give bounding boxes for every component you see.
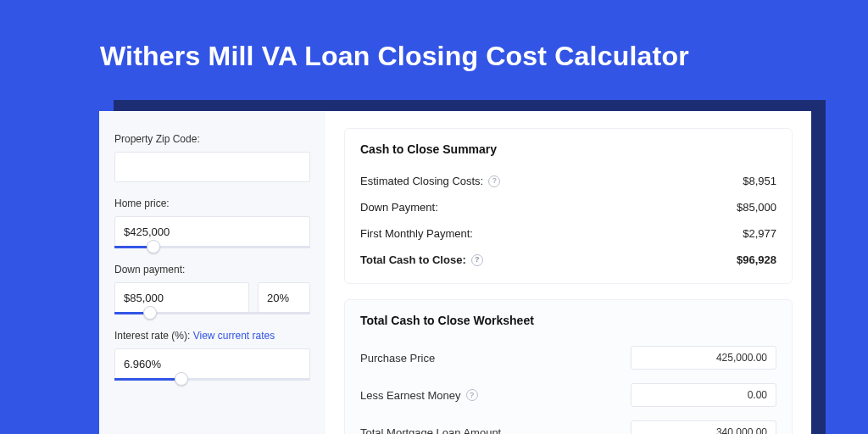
- cash-to-close-summary: Cash to Close Summary Estimated Closing …: [344, 128, 793, 284]
- worksheet-input-total-loan[interactable]: [631, 420, 776, 434]
- worksheet-label: Total Mortgage Loan Amount: [360, 426, 501, 435]
- view-rates-link[interactable]: View current rates: [193, 330, 275, 342]
- interest-rate-slider-wrap: [114, 348, 310, 381]
- summary-value: $2,977: [743, 227, 776, 240]
- down-payment-input[interactable]: [114, 282, 249, 313]
- input-sidebar: Property Zip Code: Home price: Down paym…: [99, 111, 326, 434]
- slider-thumb[interactable]: [175, 372, 188, 386]
- zip-input[interactable]: [114, 152, 310, 182]
- interest-rate-label: Interest rate (%):: [114, 330, 193, 342]
- home-price-label: Home price:: [114, 198, 310, 209]
- summary-value: $96,928: [737, 253, 776, 266]
- slider-fill: [114, 378, 181, 381]
- summary-label: Estimated Closing Costs:: [360, 175, 483, 187]
- worksheet-title: Total Cash to Close Worksheet: [360, 314, 776, 327]
- interest-rate-slider[interactable]: [114, 378, 310, 381]
- help-icon[interactable]: ?: [488, 175, 500, 187]
- summary-title: Cash to Close Summary: [360, 142, 776, 156]
- home-price-input[interactable]: [114, 216, 310, 247]
- zip-field-group: Property Zip Code:: [114, 133, 310, 182]
- summary-label: Total Cash to Close:: [360, 253, 466, 266]
- summary-row-closing-costs: Estimated Closing Costs: ? $8,951: [360, 168, 776, 194]
- worksheet-label: Less Earnest Money: [360, 389, 461, 402]
- worksheet-input-purchase-price[interactable]: [631, 346, 776, 370]
- home-price-slider[interactable]: [114, 246, 310, 248]
- summary-value: $85,000: [737, 201, 776, 214]
- help-icon[interactable]: ?: [471, 254, 483, 266]
- interest-rate-input[interactable]: [114, 348, 310, 379]
- slider-thumb[interactable]: [147, 240, 160, 253]
- interest-rate-label-line: Interest rate (%): View current rates: [114, 330, 310, 342]
- summary-value: $8,951: [743, 175, 776, 187]
- summary-label: Down Payment:: [360, 201, 438, 214]
- zip-label: Property Zip Code:: [114, 133, 310, 145]
- worksheet-row-total-loan: Total Mortgage Loan Amount: [360, 414, 776, 434]
- results-main: Cash to Close Summary Estimated Closing …: [326, 111, 811, 434]
- page-title: Withers Mill VA Loan Closing Cost Calcul…: [0, 0, 868, 92]
- summary-row-first-payment: First Monthly Payment: $2,977: [360, 220, 776, 247]
- worksheet-input-earnest-money[interactable]: [631, 383, 776, 407]
- worksheet-row-purchase-price: Purchase Price: [360, 339, 776, 376]
- worksheet-label: Purchase Price: [360, 352, 435, 364]
- help-icon[interactable]: ?: [466, 389, 478, 401]
- summary-row-total: Total Cash to Close: ? $96,928: [360, 247, 776, 273]
- worksheet-card: Total Cash to Close Worksheet Purchase P…: [344, 299, 793, 434]
- summary-row-down-payment: Down Payment: $85,000: [360, 194, 776, 220]
- down-payment-pct-input[interactable]: [258, 282, 310, 313]
- worksheet-row-earnest-money: Less Earnest Money ?: [360, 376, 776, 414]
- home-price-slider-wrap: [114, 216, 310, 248]
- calculator-card: Property Zip Code: Home price: Down paym…: [99, 111, 811, 434]
- slider-thumb[interactable]: [143, 306, 157, 320]
- down-payment-slider[interactable]: [114, 312, 310, 314]
- interest-rate-field-group: Interest rate (%): View current rates: [114, 330, 310, 381]
- summary-label: First Monthly Payment:: [360, 227, 473, 240]
- home-price-field-group: Home price:: [114, 198, 310, 248]
- down-payment-field-group: Down payment:: [114, 264, 310, 314]
- down-payment-label: Down payment:: [114, 264, 310, 275]
